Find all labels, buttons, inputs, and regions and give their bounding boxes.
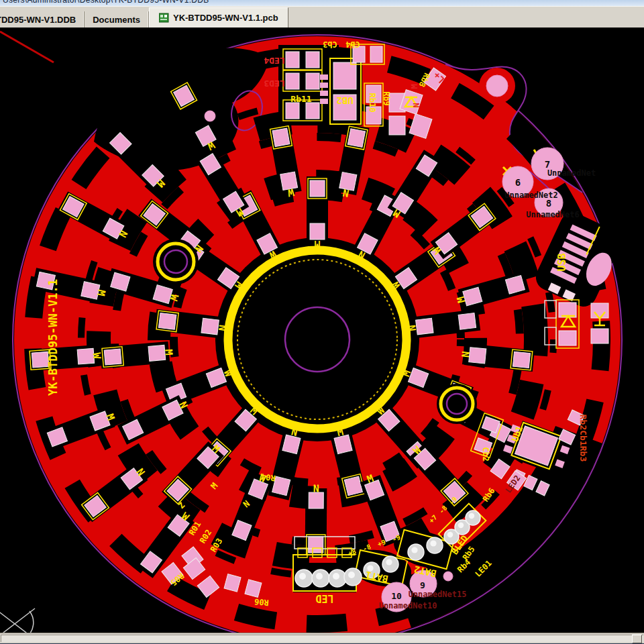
smd-component[interactable]	[305, 488, 327, 557]
pad-highlight	[411, 547, 417, 553]
document-tab-bar: TDD95-WN-V1.DDB Documents YK-BTDD95-WN-V…	[0, 6, 644, 28]
horizontal-scrollbar[interactable]	[0, 633, 644, 643]
label-cb2: Cb2	[481, 447, 490, 462]
smd-pad	[310, 180, 325, 197]
label-ub2: UB2	[336, 95, 353, 106]
label-rb11: Rb11	[290, 94, 311, 104]
pad-highlight	[299, 573, 306, 580]
label-unnamednet10: UnnamedNet10	[379, 601, 437, 610]
label-led3: LED3	[264, 78, 284, 89]
label-10: 10	[391, 591, 402, 601]
window-path-text: Users\Administrator\Desktop\YK-BTDD95-WN…	[3, 0, 209, 5]
through-hole-pad[interactable]	[443, 572, 453, 581]
scrollbar-thumb[interactable]	[632, 635, 642, 643]
through-hole-pad[interactable]	[205, 111, 215, 121]
mounting-hole-right	[437, 384, 477, 424]
smd-component[interactable]	[307, 176, 328, 244]
pad-highlight	[469, 513, 474, 519]
smd-pad	[416, 318, 433, 335]
ring-pad-letter: N	[460, 351, 472, 358]
label-rb9: Rb9	[382, 91, 391, 106]
label-unnamednet6: UnnamedNet6	[526, 210, 579, 219]
smd-pad	[309, 537, 323, 553]
smd-pad	[309, 492, 323, 508]
label-led4: LED4	[264, 56, 284, 66]
label-unnamednet2: UnnamedNet2	[504, 191, 557, 200]
label-cb4: Cb4	[345, 40, 360, 49]
pad-highlight	[386, 559, 392, 565]
smd-pad	[201, 318, 219, 335]
mounting-hole-left	[153, 239, 199, 284]
smd-pad	[158, 313, 176, 329]
smd-pad	[104, 349, 121, 365]
smd-pad	[513, 352, 530, 368]
smd-pad	[272, 128, 290, 147]
smd-pad	[310, 223, 325, 239]
scrollbar-track[interactable]	[1, 635, 643, 642]
tab-pcb-file-active[interactable]: YK-BTDD95-WN-V1.1.pcb	[149, 7, 288, 28]
ring-pad-letter: N	[313, 482, 319, 494]
label-usb: USB	[556, 253, 568, 271]
pad-highlight	[348, 572, 355, 578]
pad-highlight	[447, 532, 453, 537]
label-rb10: Rb10	[368, 93, 377, 113]
label-r06: R06	[254, 597, 270, 608]
label-yk-btdd95-wn-v11: YK-BTDD95-WN-V1.1	[46, 279, 60, 396]
window-path-bar: Users\Administrator\Desktop\YK-BTDD95-WN…	[0, 0, 644, 6]
tab-label: TDD95-WN-V1.DDB	[0, 15, 76, 25]
pad-highlight	[333, 573, 339, 580]
label-r04: R04	[260, 472, 276, 483]
tab-ddb-file[interactable]: TDD95-WN-V1.DDB	[0, 11, 85, 28]
label-9: 9	[420, 580, 425, 590]
tab-label: Documents	[93, 15, 140, 25]
pcb-canvas-area[interactable]: MNWNMWMNMWNMWNMWMNMWMNWMNMWNMWWNMWMNMW	[0, 28, 644, 633]
label-unnamednet: UnnamedNet	[547, 168, 596, 178]
through-hole-pad[interactable]	[486, 75, 508, 97]
pad-highlight	[430, 540, 436, 546]
label-led: LED	[315, 592, 333, 604]
tab-label: YK-BTDD95-WN-V1.1.pcb	[173, 13, 278, 23]
tab-documents[interactable]: Documents	[85, 11, 149, 28]
label-n: N	[412, 103, 421, 107]
pcb-drawing[interactable]: MNWNMWMNMWNMWNMWMNMWMNWMNMWNMWWNMWMNMW	[0, 28, 644, 633]
smd-pad	[458, 313, 476, 329]
label-unnamednet15: UnnamedNet15	[409, 590, 467, 599]
ring-pad-letter: M	[314, 238, 320, 250]
label-rb2cb1rb3: Rb2Cb1Rb3	[578, 415, 588, 462]
smd-pad	[347, 129, 365, 148]
label-m: M	[410, 84, 419, 89]
pcb-file-icon	[159, 13, 169, 23]
label-6: 6	[515, 177, 521, 188]
pad-highlight	[458, 523, 464, 528]
label-cb3: Cb3	[323, 40, 337, 49]
pad-highlight	[316, 573, 323, 580]
ring-pad-letter: M	[162, 349, 175, 356]
